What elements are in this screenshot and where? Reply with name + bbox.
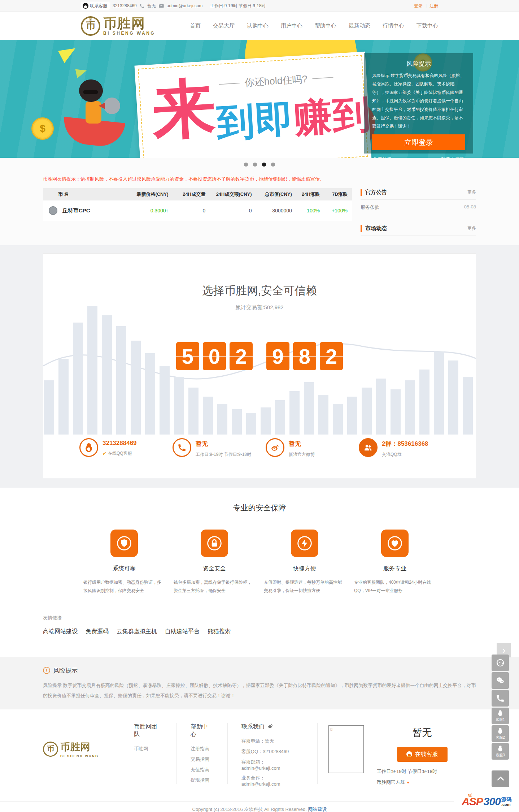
- carousel-dot-4[interactable]: [271, 163, 275, 167]
- volume-bar: [203, 397, 213, 435]
- login-now-button[interactable]: 立即登录: [372, 134, 465, 150]
- float-phone-button[interactable]: [492, 690, 509, 707]
- friend-links-label: 友情链接: [43, 615, 476, 621]
- online-kefu-button[interactable]: 在线客服: [397, 747, 448, 762]
- risk-notice-section: ! 风险提示 风险提示 数字货币交易具有极高的风险（预挖、暴涨暴跌、庄家操控、团…: [0, 657, 519, 709]
- nav-home[interactable]: 首页: [190, 22, 201, 29]
- phone-icon: [139, 3, 145, 9]
- coin-price: 0.3000↑: [130, 208, 173, 213]
- heart-icon: [381, 530, 409, 557]
- announcement-title: 官方公告: [361, 189, 387, 196]
- friend-link[interactable]: 自助建站平台: [165, 628, 200, 635]
- shield-check-icon: ✔: [103, 451, 106, 456]
- nav-user-center[interactable]: 用户中心: [281, 22, 302, 29]
- float-kefu3-button[interactable]: 客服3: [492, 743, 509, 760]
- divider: [317, 723, 318, 784]
- float-kefu2-button[interactable]: 客服2: [492, 725, 509, 742]
- contact-kefu-button[interactable]: 联系客服: [81, 2, 110, 10]
- volume-bar: [73, 323, 83, 435]
- footer-contact-phone: 客服电话：暂无: [241, 738, 304, 744]
- group-icon: [359, 438, 378, 457]
- float-kefu1-button[interactable]: 客服1: [492, 708, 509, 724]
- friend-link[interactable]: 云集群虚拟主机: [117, 628, 157, 635]
- coin-name[interactable]: 丘特币CPC: [62, 207, 90, 214]
- site-build-link[interactable]: 网站建设: [308, 807, 327, 812]
- nav-help-center[interactable]: 帮助中心: [315, 22, 336, 29]
- coin-7d-change: +100%: [324, 208, 352, 213]
- qq-penguin-icon: [496, 709, 504, 717]
- contacts-row: 3213288469 ✔在线QQ客服 暂无 工作日:9-19时 节假日:9-18…: [43, 438, 476, 473]
- counter-digit: 9: [266, 342, 289, 370]
- shield-icon: [110, 530, 138, 557]
- banner-slogan-card: 你还hold住吗? 来 到即赚到: [134, 52, 371, 158]
- contact-weibo[interactable]: 暂无 新浪官方微博: [266, 438, 359, 473]
- market-news-more-link[interactable]: 更多: [467, 225, 476, 232]
- col-24h-change: 24H涨跌: [296, 191, 324, 198]
- footer-link-deposit-guide[interactable]: 充值指南: [191, 766, 214, 773]
- friend-link[interactable]: 熊猫搜索: [208, 628, 231, 635]
- back-to-top-button[interactable]: [492, 770, 509, 787]
- friend-link[interactable]: 免费源码: [86, 628, 109, 635]
- footer-contact-email: 客服邮箱：admin@urkeji.com: [241, 759, 304, 771]
- friendly-reminder: 币胜网友情提示：请控制风险，不要投入超过您风险承受能力的资金，不要投资您所不了解…: [43, 176, 476, 182]
- volume-bar: [232, 409, 242, 435]
- col-name: 币 名: [43, 191, 130, 198]
- carousel-dots: [0, 158, 519, 171]
- contact-qq-group[interactable]: 2群：853616368 交流QQ群: [359, 438, 452, 473]
- qq-icon: [83, 3, 88, 9]
- hero-banner: $ $ $ 币胜网 你还hold住吗? 来 到即赚到 风险提示 风险提示 数字货…: [0, 40, 519, 158]
- footer-logo: 币 币胜网 BI SHENG WANG: [43, 723, 118, 758]
- divider: [176, 723, 177, 784]
- footer-link-withdraw-guide[interactable]: 提现指南: [191, 777, 214, 783]
- friend-link[interactable]: 高端网站建设: [43, 628, 78, 635]
- friend-links: 友情链接 高端网站建设 免费源码 云集群虚拟主机 自助建站平台 熊猫搜索: [43, 595, 476, 657]
- divider: [227, 723, 228, 784]
- table-row[interactable]: 丘特币CPC 0.3000↑ 0 0 3000000 100% +100%: [43, 200, 352, 221]
- register-link[interactable]: 注册: [429, 3, 438, 9]
- nav-subscription-center[interactable]: 认购中心: [247, 22, 269, 29]
- coin-amount: 0: [210, 208, 256, 213]
- footer-link-bishengwang[interactable]: 币胜网: [134, 746, 163, 752]
- stats-card: 选择币胜网,安全可信赖 累计交易额:502,982 5 0 2 9 8 2 32…: [43, 253, 476, 478]
- footer-group-toggle[interactable]: 币胜网官方群 ▼: [368, 779, 476, 786]
- contact-qq[interactable]: 3213288469 ✔在线QQ客服: [79, 438, 173, 473]
- float-headset-button[interactable]: [492, 655, 509, 671]
- footer-link-register-guide[interactable]: 注册指南: [191, 746, 214, 752]
- cartoon-character-head: [79, 79, 103, 102]
- announcement-item[interactable]: 服务条款 05-08: [361, 200, 476, 215]
- carousel-dot-2[interactable]: [253, 163, 257, 167]
- copyright-section: Copyright (c) 2013-2016 友软科技 All Rights …: [0, 802, 519, 812]
- nav-trade-hall[interactable]: 交易大厅: [213, 22, 235, 29]
- announcement-more-link[interactable]: 更多: [467, 189, 476, 195]
- nav-latest-news[interactable]: 最新动态: [349, 22, 370, 29]
- footer-link-trade-guide[interactable]: 交易指南: [191, 756, 214, 763]
- weibo-icon: [267, 723, 273, 730]
- carousel-dot-1[interactable]: [244, 163, 248, 167]
- footer-hours: 工作日:9-19时 节假日:9-18时: [368, 768, 476, 775]
- login-link[interactable]: 登录: [414, 3, 423, 9]
- header: 币 币胜网 BI SHENG WANG 首页 交易大厅 认购中心 用户中心 帮助…: [0, 12, 519, 40]
- slogan-char: 来: [151, 75, 217, 142]
- footer-service-column: 暂无 在线客服 工作日:9-19时 节假日:9-18时 币胜网官方群 ▼: [368, 723, 476, 786]
- contact-phone: 暂无 工作日:9-19时 节假日:9-18时: [173, 438, 266, 473]
- volume-chart: [43, 313, 476, 435]
- free-register-link[interactable]: 免费注册: [373, 156, 392, 158]
- site-logo[interactable]: 币 币胜网 BI SHENG WANG: [81, 16, 155, 36]
- coin-marketcap: 3000000: [256, 208, 296, 213]
- new-coin-link[interactable]: 我要上新币: [441, 156, 465, 158]
- volume-bar: [289, 391, 300, 435]
- counter-digit: 5: [176, 342, 199, 370]
- nav-download-center[interactable]: 下载中心: [416, 22, 438, 29]
- footer-contact-qq: 客服QQ：3213288469: [241, 748, 304, 755]
- phone-icon: [496, 694, 505, 703]
- counter-digit: 2: [320, 342, 343, 370]
- nav-quotes-center[interactable]: 行情中心: [383, 22, 404, 29]
- footer-contact-business: 业务合作：admin@urkeji.com: [241, 775, 304, 787]
- topbar-phone: 暂无: [147, 3, 156, 9]
- float-wechat-button[interactable]: [492, 672, 509, 689]
- wechat-icon: [496, 676, 505, 685]
- carousel-dot-3-active[interactable]: [262, 163, 266, 167]
- volume-bar: [102, 315, 112, 435]
- logo-subtitle: BI SHENG WANG: [103, 31, 155, 35]
- volume-bar: [217, 404, 227, 435]
